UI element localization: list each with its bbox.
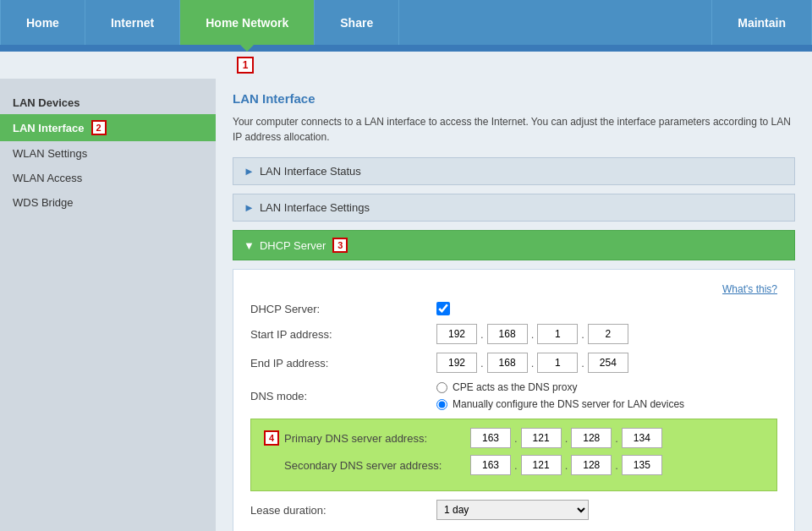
primary-dns-label: Primary DNS server address: <box>284 432 470 445</box>
secondary-dns-octet4[interactable] <box>622 455 662 475</box>
sidebar-item-wlan-access[interactable]: WLAN Access <box>0 166 216 190</box>
content-area: LAN Interface Your computer connects to … <box>216 79 812 531</box>
sidebar-item-label-wds: WDS Bridge <box>13 196 74 209</box>
section-label-dhcp: DHCP Server <box>260 239 326 252</box>
sdns-sep1: . <box>514 459 518 472</box>
section-lan-status[interactable]: ► LAN Interface Status <box>233 157 795 185</box>
start-ip-sep3: . <box>581 328 584 341</box>
primary-dns-octet4[interactable] <box>622 428 662 448</box>
page-description: Your computer connects to a LAN interfac… <box>233 114 795 145</box>
secondary-dns-octet1[interactable] <box>470 455 511 475</box>
dns-mode-group: CPE acts as the DNS proxy Manually confi… <box>436 381 684 410</box>
sdns-sep3: . <box>615 459 618 472</box>
pdns-sep3: . <box>615 432 618 445</box>
start-ip-octet1[interactable] <box>436 324 477 344</box>
nav-spacer <box>399 0 711 45</box>
primary-dns-row: 4 Primary DNS server address: . . . <box>264 428 764 448</box>
sidebar: LAN Devices LAN Interface 2 WLAN Setting… <box>0 79 216 531</box>
primary-dns-octet1[interactable] <box>470 428 511 448</box>
end-ip-octet3[interactable] <box>537 353 578 373</box>
start-ip-octet4[interactable] <box>588 324 628 344</box>
dhcp-checkbox-group <box>436 302 450 315</box>
sdns-sep2: . <box>565 459 568 472</box>
section-label-status: LAN Interface Status <box>260 165 361 178</box>
dns-mode-label: DNS mode: <box>250 390 436 402</box>
page-title: LAN Interface <box>233 91 795 106</box>
secondary-dns-octet3[interactable] <box>571 455 612 475</box>
lease-select[interactable]: 1 day <box>436 500 589 520</box>
start-ip-octet3[interactable] <box>537 324 578 344</box>
arrow-icon-settings: ► <box>244 201 255 214</box>
primary-dns-octet3[interactable] <box>571 428 612 448</box>
sidebar-item-lan-interface[interactable]: LAN Interface 2 <box>0 114 216 141</box>
sidebar-item-label-wlan-access: WLAN Access <box>13 172 82 184</box>
sidebar-item-wds-bridge[interactable]: WDS Bridge <box>0 190 216 215</box>
end-ip-label: End IP address: <box>250 357 436 370</box>
whats-this-area: What's this? <box>250 282 777 295</box>
dhcp-form: What's this? DHCP Server: Start IP addre… <box>233 269 795 531</box>
end-ip-row: End IP address: . . . <box>250 353 777 373</box>
green-badge-4: 4 <box>264 430 279 446</box>
top-navigation: Home Internet Home Network Share Maintai… <box>0 0 812 45</box>
sidebar-badge-2: 2 <box>91 120 107 135</box>
sidebar-section-title: LAN Devices <box>0 91 216 114</box>
nav-tab-maintain[interactable]: Maintain <box>711 0 812 45</box>
dns-option2-label[interactable]: Manually configure the DNS server for LA… <box>436 398 684 410</box>
nav-tab-home-network[interactable]: Home Network <box>180 0 315 45</box>
step-bar: 1 <box>0 52 812 79</box>
dns-option2-text: Manually configure the DNS server for LA… <box>453 398 684 410</box>
arrow-icon-status: ► <box>244 165 255 178</box>
dns-mode-row: DNS mode: CPE acts as the DNS proxy Manu… <box>250 381 777 410</box>
section-lan-settings[interactable]: ► LAN Interface Settings <box>233 194 795 222</box>
start-ip-sep1: . <box>480 328 484 341</box>
step-badge-1: 1 <box>237 57 254 74</box>
end-ip-group: . . . <box>436 353 628 373</box>
secondary-dns-group: . . . <box>470 455 662 475</box>
dhcp-server-row: DHCP Server: <box>250 302 777 315</box>
sidebar-item-label-wlan: WLAN Settings <box>13 147 87 160</box>
nav-tab-home[interactable]: Home <box>0 0 85 45</box>
pdns-sep2: . <box>565 432 568 445</box>
sidebar-item-wlan-settings[interactable]: WLAN Settings <box>0 141 216 166</box>
lease-label: Lease duration: <box>250 504 436 517</box>
dhcp-badge-3: 3 <box>332 238 348 253</box>
main-layout: LAN Devices LAN Interface 2 WLAN Setting… <box>0 79 812 531</box>
end-ip-sep1: . <box>480 357 484 370</box>
pdns-sep1: . <box>514 432 518 445</box>
start-ip-sep2: . <box>531 328 535 341</box>
primary-dns-octet2[interactable] <box>521 428 562 448</box>
dns-radio-cpe[interactable] <box>436 382 447 393</box>
lease-row: Lease duration: 1 day <box>250 500 777 520</box>
blue-bar <box>0 45 812 52</box>
start-ip-label: Start IP address: <box>250 328 436 341</box>
dns-option1-label[interactable]: CPE acts as the DNS proxy <box>436 381 684 393</box>
arrow-icon-dhcp: ▼ <box>244 239 255 252</box>
end-ip-sep3: . <box>581 357 584 370</box>
end-ip-octet4[interactable] <box>588 353 628 373</box>
dhcp-server-label: DHCP Server: <box>250 303 436 315</box>
sidebar-item-label-lan: LAN Interface <box>13 122 85 134</box>
end-ip-octet1[interactable] <box>436 353 477 373</box>
whats-this-link[interactable]: What's this? <box>722 283 777 295</box>
start-ip-group: . . . <box>436 324 628 344</box>
nav-tab-internet[interactable]: Internet <box>85 0 180 45</box>
dns-option1-text: CPE acts as the DNS proxy <box>453 381 577 393</box>
secondary-dns-label: Secondary DNS server address: <box>284 459 470 472</box>
secondary-dns-octet2[interactable] <box>521 455 562 475</box>
section-dhcp-server[interactable]: ▼ DHCP Server 3 <box>233 230 795 260</box>
secondary-dns-row: Secondary DNS server address: . . . <box>264 455 764 475</box>
dns-radio-manual[interactable] <box>436 399 447 410</box>
nav-tab-share[interactable]: Share <box>315 0 399 45</box>
start-ip-octet2[interactable] <box>487 324 528 344</box>
dns-highlight-area: 4 Primary DNS server address: . . . <box>250 419 777 491</box>
end-ip-octet2[interactable] <box>487 353 528 373</box>
end-ip-sep2: . <box>531 357 535 370</box>
start-ip-row: Start IP address: . . . <box>250 324 777 344</box>
section-label-settings: LAN Interface Settings <box>260 201 370 214</box>
primary-dns-group: . . . <box>470 428 662 448</box>
dhcp-server-checkbox[interactable] <box>436 302 450 315</box>
